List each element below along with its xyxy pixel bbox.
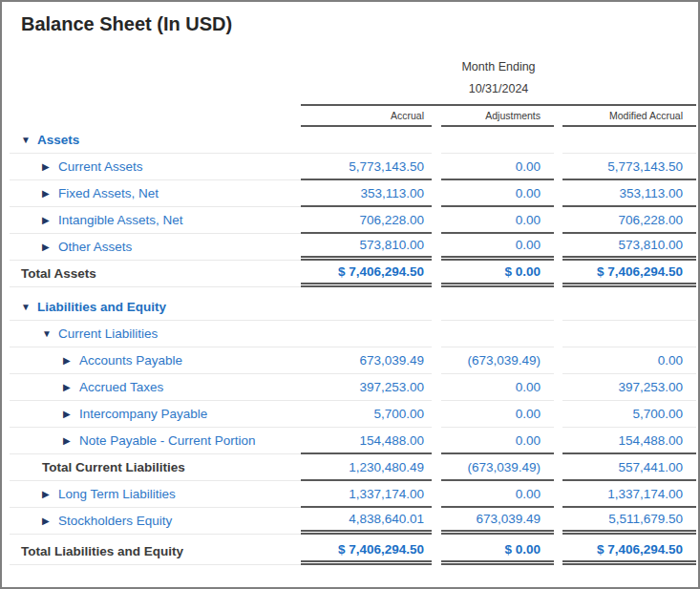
row-label-cell: ▶Intercompany Payable [10,401,301,428]
column-gap [554,127,562,154]
amount-value[interactable]: 0.00 [516,487,541,501]
triangle-down-icon[interactable]: ▼ [21,303,37,312]
amount-value[interactable]: 0.00 [516,407,541,421]
amount-value[interactable]: 154,488.00 [618,433,683,448]
column-gap [554,401,562,428]
triangle-right-icon[interactable]: ▶ [42,490,58,499]
amount-value[interactable]: 706,228.00 [359,213,424,227]
row-label[interactable]: Accounts Payable [79,353,182,368]
row-label-cell: Total Liabilities and Equity [10,538,301,565]
row-label-cell: Total Current Liabilities [10,454,301,481]
triangle-right-icon[interactable]: ▶ [42,189,58,199]
triangle-right-icon[interactable]: ▶ [42,242,58,252]
amount-value[interactable]: 397,253.00 [359,380,424,394]
column-header-accrual: Accrual [301,106,432,127]
value-cell [441,321,554,347]
amount-value[interactable]: $ 7,406,294.50 [597,542,683,557]
amount-value[interactable]: 0.00 [516,380,541,394]
amount-value[interactable]: 4,838,640.01 [349,512,424,526]
amount-value[interactable]: 0.00 [516,238,541,252]
amount-value[interactable]: $ 0.00 [504,264,541,279]
column-gap [432,538,441,565]
value-cell: 0.00 [562,347,696,374]
amount-value[interactable]: $ 0.00 [504,542,541,557]
row-label[interactable]: Intangible Assets, Net [58,213,183,227]
amount-value[interactable]: 573,810.00 [618,238,683,252]
amount-value[interactable]: 353,113.00 [360,186,424,200]
report-row-current-assets: ▶Current Assets5,773,143.500.005,773,143… [10,154,698,180]
value-cell: 706,228.00 [562,207,696,234]
column-header-modified-accrual: Modified Accrual [562,106,696,127]
amount-value[interactable]: 557,441.00 [618,460,683,474]
amount-value[interactable]: 397,253.00 [618,380,683,394]
value-cell: 4,838,640.01 [301,508,432,535]
value-cell [562,321,696,347]
column-gap [432,207,441,234]
row-label[interactable]: Stockholders Equity [58,514,172,528]
row-label[interactable]: Other Assets [58,240,132,254]
amount-value[interactable]: 1,337,174.00 [607,487,683,501]
column-gap [554,261,562,287]
amount-value[interactable]: 5,773,143.50 [349,159,424,174]
row-label-cell: ▼Liabilities and Equity [10,294,301,321]
report-row-current-liabilities: ▼Current Liabilities [10,321,698,347]
row-label-cell: ▶Current Assets [10,154,301,180]
amount-value[interactable]: 706,228.00 [618,213,683,227]
amount-value[interactable]: $ 7,406,294.50 [597,264,683,279]
amount-value[interactable]: $ 7,406,294.50 [338,264,424,279]
row-label[interactable]: Fixed Assets, Net [58,186,159,200]
report-row-fixed-assets-net: ▶Fixed Assets, Net353,113.000.00353,113.… [10,180,698,207]
column-gap [554,154,562,180]
triangle-down-icon[interactable]: ▼ [21,136,37,145]
amount-value[interactable]: 5,511,679.50 [608,512,683,526]
row-label[interactable]: Intercompany Payable [79,407,207,421]
triangle-right-icon[interactable]: ▶ [63,356,79,366]
row-label-cell: ▼Current Liabilities [10,321,301,347]
amount-value[interactable]: 5,700.00 [373,407,424,421]
triangle-down-icon[interactable]: ▼ [42,329,58,339]
amount-value[interactable]: 154,488.00 [359,433,424,448]
amount-value[interactable]: 5,700.00 [632,407,683,421]
amount-value[interactable]: (673,039.49) [467,460,541,474]
amount-value[interactable]: 573,810.00 [359,238,424,252]
triangle-right-icon[interactable]: ▶ [42,216,58,225]
row-label[interactable]: Long Term Liabilities [58,487,176,501]
row-label[interactable]: Note Payable - Current Portion [79,433,256,448]
row-label[interactable]: Current Assets [58,159,143,174]
column-gap [554,106,562,127]
row-label-cell: ▶Note Payable - Current Portion [10,428,301,454]
column-gap [554,347,562,374]
amount-value[interactable]: 0.00 [516,186,541,200]
amount-value[interactable]: 0.00 [516,433,541,448]
column-gap [432,401,441,428]
amount-value[interactable]: 673,039.49 [359,353,424,368]
amount-value[interactable]: 673,039.49 [476,512,541,526]
amount-value[interactable]: 5,773,143.50 [607,159,683,174]
value-cell [441,127,554,154]
row-label[interactable]: Liabilities and Equity [37,300,166,314]
column-gap [554,207,562,234]
row-label-cell: ▶Stockholders Equity [10,508,301,535]
row-label[interactable]: Current Liabilities [58,326,158,341]
amount-value[interactable]: (673,039.49) [467,353,541,368]
value-cell: 673,039.49 [441,508,554,535]
triangle-right-icon[interactable]: ▶ [42,162,58,172]
amount-value[interactable]: 1,230,480.49 [349,460,424,474]
amount-value[interactable]: 0.00 [516,213,541,227]
amount-value[interactable]: 0.00 [516,159,541,174]
triangle-right-icon[interactable]: ▶ [63,410,79,419]
amount-value[interactable]: 353,113.00 [619,186,683,200]
triangle-right-icon[interactable]: ▶ [63,383,79,392]
amount-value[interactable]: 0.00 [658,353,683,368]
triangle-right-icon[interactable]: ▶ [42,516,58,526]
amount-value[interactable]: 1,337,174.00 [349,487,424,501]
row-label[interactable]: Accrued Taxes [79,380,163,394]
amount-value[interactable]: $ 7,406,294.50 [338,542,424,557]
column-gap [432,106,441,127]
value-cell: 706,228.00 [301,207,432,234]
value-cell: (673,039.49) [441,454,554,481]
report-row-total-assets: Total Assets$ 7,406,294.50$ 0.00$ 7,406,… [10,261,698,287]
row-label[interactable]: Assets [37,133,79,147]
value-cell: 0.00 [441,207,554,234]
triangle-right-icon[interactable]: ▶ [63,436,79,446]
